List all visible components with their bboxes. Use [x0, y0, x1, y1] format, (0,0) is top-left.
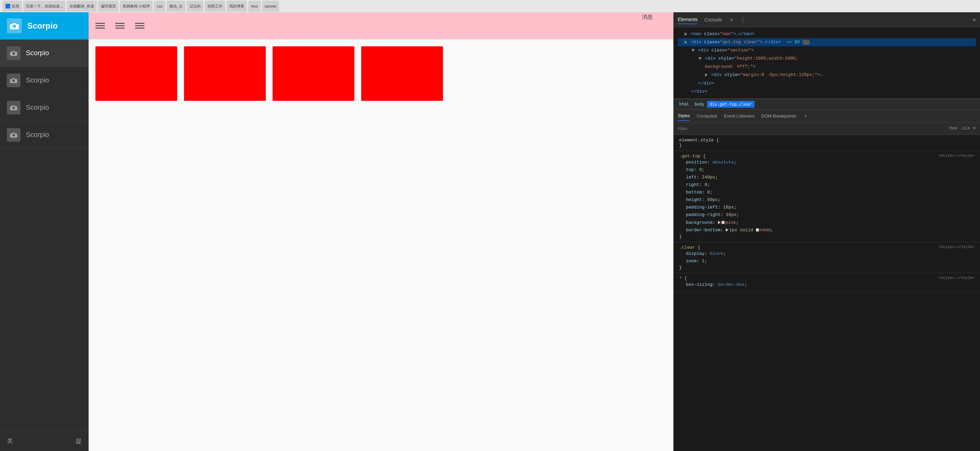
- tab-bookmarks[interactable]: 记注的: [187, 1, 204, 11]
- css-prop-border-bottom: border-bottom: 1px solid #ddd;: [679, 227, 975, 234]
- prop-value: border-box: [718, 282, 745, 287]
- prop-name: position: [686, 160, 707, 165]
- tab-spec[interactable]: 编写规范: [98, 1, 119, 11]
- filter-plus[interactable]: +: [972, 125, 976, 132]
- dom-equals: =: [717, 40, 720, 44]
- sidebar-item-icon-0: [7, 46, 21, 60]
- styles-panel: element.style { } .get-top { <style>…</s…: [674, 135, 980, 451]
- camera-icon-small-2: [10, 104, 18, 111]
- dom-line-close-div2: </div>: [678, 87, 976, 96]
- devtools-menu-icon[interactable]: ⋮: [740, 16, 746, 24]
- color-swatch-pink: [721, 221, 725, 224]
- dom-line-section[interactable]: <div class="section">: [678, 46, 976, 54]
- collapse-icon: [705, 73, 708, 77]
- tab-blog[interactable]: 我的博客: [227, 1, 247, 11]
- sidebar-item-1[interactable]: Scorpio: [0, 67, 89, 94]
- styles-tab-event-listeners[interactable]: Event Listeners: [724, 111, 754, 121]
- dom-line-inner-margin[interactable]: <div style="margin:0 -5px;height:120px;"…: [678, 71, 976, 79]
- breadcrumb-body[interactable]: body: [692, 101, 707, 108]
- css-closing-brace: }: [679, 265, 975, 270]
- dom-equals: =: [717, 31, 720, 37]
- dom-tag: <div: [711, 72, 724, 77]
- hamburger-icon-3[interactable]: [135, 23, 145, 29]
- devtools-close-button[interactable]: ✕: [972, 16, 976, 23]
- devtools-header: Elements Console » ⋮ ✕: [674, 12, 980, 27]
- prop-name: top: [686, 167, 694, 172]
- sidebar-item-label-1: Scorpio: [26, 76, 49, 84]
- tab-css[interactable]: css: [154, 1, 165, 11]
- styles-tab-computed[interactable]: Computed: [697, 111, 717, 121]
- dom-line-inner-div[interactable]: <div style="height:100%;width:100%;: [678, 54, 976, 63]
- dom-line-bg[interactable]: background: #fff;">: [678, 63, 976, 71]
- tab-canvas[interactable]: canvas: [262, 1, 279, 11]
- tab-baidu[interactable]: 百度一下，你就知道...: [23, 1, 65, 11]
- tab-tutorial[interactable]: 简易教程·小程序: [120, 1, 153, 11]
- prop-value: 10px: [723, 205, 733, 210]
- css-prop-display: display: block;: [679, 250, 975, 257]
- css-selector-text: .clear {: [679, 245, 700, 250]
- prop-name: padding-right: [686, 212, 720, 218]
- tab-less[interactable]: less: [248, 1, 261, 11]
- devtools-tab-elements[interactable]: Elements: [678, 15, 697, 24]
- prop-value: block: [710, 251, 723, 256]
- dom-line-div-selected[interactable]: <div class="get-top clear">…</div> == $0…: [678, 38, 976, 46]
- css-prop-bottom: bottom: 0;: [679, 189, 975, 196]
- hamburger-icon-1[interactable]: [95, 23, 105, 29]
- prop-name: left: [686, 175, 697, 180]
- prop-value: 10px: [726, 212, 737, 218]
- styles-tab-styles[interactable]: Styles: [678, 111, 690, 121]
- css-prop-padding-left: padding-left: 10px;: [679, 204, 975, 211]
- css-closing-brace: }: [679, 234, 975, 239]
- hamburger-line: [95, 28, 105, 29]
- css-selector-text: .get-top {: [679, 154, 706, 159]
- collapse-icon: [698, 57, 702, 60]
- browser-tabs-bar: 应用 百度一下，你就知道... 在线翻译_有道 编写规范 简易教程·小程序 cs…: [0, 0, 980, 12]
- sidebar-item-3[interactable]: Scorpio: [0, 121, 89, 149]
- red-block-4: [361, 46, 443, 101]
- sidebar-item-0[interactable]: Scorpio: [0, 40, 89, 67]
- dom-tag: <nav: [691, 31, 704, 37]
- tab-favicon: [5, 4, 10, 8]
- dom-line-nav[interactable]: <nav class="nav">…</nav>: [678, 30, 976, 38]
- styles-tab-dom-breakpoints[interactable]: DOM Breakpoints: [761, 111, 796, 121]
- css-prop-background: background: pink;: [679, 219, 975, 227]
- dom-more-button[interactable]: …: [802, 40, 810, 44]
- styles-more-tabs[interactable]: »: [805, 113, 807, 119]
- breadcrumb-div[interactable]: div.get-top.clear: [707, 101, 754, 108]
- tab-label: 百度一下，你就知道...: [26, 4, 63, 9]
- page-content: 消息: [89, 12, 673, 451]
- css-selector-text: * {: [679, 276, 687, 281]
- css-prop-height: height: 60px;: [679, 196, 975, 204]
- filter-input[interactable]: [678, 126, 945, 131]
- filter-cls[interactable]: .cls: [960, 126, 970, 131]
- tab-wechat[interactable]: 微信_台: [167, 1, 185, 11]
- tab-app[interactable]: 应用: [3, 1, 22, 11]
- devtools-more-tabs[interactable]: »: [730, 17, 733, 22]
- css-block-clear: .clear { <style>…</style> display: block…: [674, 242, 980, 273]
- css-prop-padding-right: padding-right: 10px;: [679, 211, 975, 219]
- filter-hov[interactable]: :hov: [948, 126, 958, 131]
- dom-line-close-div1: </div>: [678, 79, 976, 87]
- sidebar-item-label-3: Scorpio: [26, 131, 49, 139]
- expand-border-icon: [726, 228, 729, 232]
- tab-youdao[interactable]: 在线翻译_有道: [67, 1, 97, 11]
- css-prop-left: left: 240px;: [679, 174, 975, 181]
- collapse-icon: [684, 41, 687, 44]
- dom-val: "nav": [720, 31, 733, 37]
- devtools-tab-console[interactable]: Console: [704, 16, 722, 24]
- breadcrumb-html[interactable]: html: [676, 101, 692, 108]
- prop-name: bottom: [686, 190, 702, 195]
- tab-label: 微信_台: [169, 4, 183, 9]
- css-closing-brace: }: [679, 143, 975, 148]
- filter-bar: :hov .cls +: [674, 122, 980, 135]
- dom-val: "section": [727, 48, 751, 53]
- css-prop-top: top: 0;: [679, 166, 975, 174]
- hamburger-icon-2[interactable]: [115, 23, 125, 29]
- tab-photo[interactable]: 拍照工作: [205, 1, 225, 11]
- main-area: Scorpio Scorpio Scorpio: [0, 12, 980, 451]
- sidebar-item-2[interactable]: Scorpio: [0, 94, 89, 121]
- sidebar-item-label-2: Scorpio: [26, 103, 49, 111]
- sidebar-bottom-left: 关: [7, 437, 13, 445]
- dom-tag: <div: [705, 56, 718, 61]
- sidebar-bottom: 关 提: [0, 430, 89, 451]
